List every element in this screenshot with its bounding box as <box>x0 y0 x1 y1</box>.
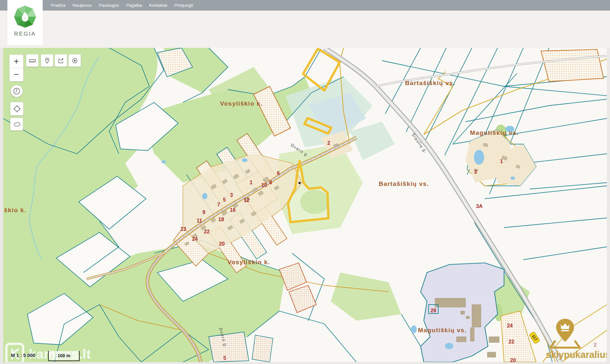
parcel-number: 24 <box>507 323 513 328</box>
position-tool-button[interactable] <box>10 102 23 116</box>
parcel-number: 7 <box>217 202 220 207</box>
clock-icon <box>12 87 21 96</box>
parcel-number: 5 <box>223 355 226 361</box>
nav-item-naujienos[interactable]: Naujienos <box>73 3 92 8</box>
crosshair-icon <box>13 104 22 113</box>
place-label: Magutiškių vs. <box>418 327 467 334</box>
parcel-number: 13 <box>180 226 186 232</box>
parcel-number: 20 <box>219 241 225 247</box>
parcel-number: 24 <box>192 236 198 242</box>
measure-tool-button[interactable] <box>26 54 39 67</box>
top-navbar: Pradžia Naujienos Paslaugos Pagalba Kont… <box>0 0 610 11</box>
map-scale-text: M 1 : 5 000 <box>11 352 35 358</box>
place-label: Bartašiškių vs. <box>379 180 429 187</box>
locate-tool-button[interactable] <box>68 54 81 67</box>
map-canvas[interactable]: Vosyliškio k. Bartašiškių vs. Magutiškių… <box>3 48 607 362</box>
region-shape-icon <box>12 120 21 129</box>
zoom-controls: + − <box>9 55 23 82</box>
region-tool-button[interactable] <box>10 118 23 131</box>
zoom-in-button[interactable]: + <box>9 55 23 68</box>
nav-item-pradzia[interactable]: Pradžia <box>51 3 65 8</box>
parcel-number: 22 <box>509 339 514 344</box>
parcel-number: 1 <box>250 180 253 185</box>
parcel-number: 3 <box>474 169 477 175</box>
parcel-number: 9 <box>203 210 205 215</box>
map-scale-bar: 100 m <box>48 351 80 361</box>
parcel-marker-dot <box>299 182 301 184</box>
parcel-number: 11 <box>197 218 202 223</box>
nav-item-prisijungti[interactable]: Prisijungti <box>174 3 193 8</box>
target-dot-icon <box>71 56 79 65</box>
parcel-number: 16 <box>230 207 236 213</box>
parcel-number: 3A <box>476 204 483 209</box>
sklypukaralius-badge: sklypukaralius.lt <box>546 318 607 360</box>
nav-item-kontaktai[interactable]: Kontaktai <box>149 3 167 8</box>
parcel-number: 6 <box>277 170 280 176</box>
crown-pin-icon <box>546 318 584 349</box>
logo-text: REGIA <box>13 31 37 37</box>
parcel-number: 8 <box>269 180 272 185</box>
logo-tab: REGIA <box>7 0 43 45</box>
map-viewport[interactable]: Vosyliškio k. Bartašiškių vs. Magutiškių… <box>3 48 607 362</box>
place-label: kiškio k. <box>3 207 26 213</box>
parcel-number: 18 <box>218 217 224 222</box>
place-label: Bartašiškių vs. <box>405 80 456 86</box>
parcel-number: 1 <box>500 159 503 164</box>
parcel-number: 28 <box>431 308 436 313</box>
place-label: Vosyliškio k. <box>220 100 263 107</box>
nav-item-paslaugos[interactable]: Paslaugos <box>99 3 119 8</box>
regia-octagon-icon <box>13 5 37 28</box>
scale-bar-label: 100 m <box>57 353 70 358</box>
place-label: Magutiškių vs. <box>470 129 519 136</box>
parcel-number: 10 <box>261 182 267 188</box>
regia-logo[interactable]: REGIA <box>13 5 37 37</box>
parcel-number: 3 <box>230 192 233 198</box>
marker-tool-button[interactable] <box>41 54 53 67</box>
parcel-number: 5 <box>223 197 226 203</box>
header: Pradžia Naujienos Paslaugos Pagalba Kont… <box>0 0 610 48</box>
parcel-number: 22 <box>204 229 210 234</box>
sklypukaralius-text: sklypukaralius.lt <box>546 350 607 360</box>
parcel-number: 12 <box>244 197 249 203</box>
export-tool-button[interactable] <box>55 54 67 67</box>
ruler-icon <box>28 56 37 65</box>
parcel-number: 20 <box>510 358 516 362</box>
place-label: Vosyliškio k. <box>227 259 270 265</box>
history-tool-button[interactable] <box>11 85 23 97</box>
parcel-number: 2 <box>327 140 330 146</box>
zoom-out-button[interactable]: − <box>9 68 23 82</box>
map-pin-icon <box>43 56 51 65</box>
share-icon <box>57 56 65 65</box>
nav-item-pagalba[interactable]: Pagalba <box>126 3 142 8</box>
